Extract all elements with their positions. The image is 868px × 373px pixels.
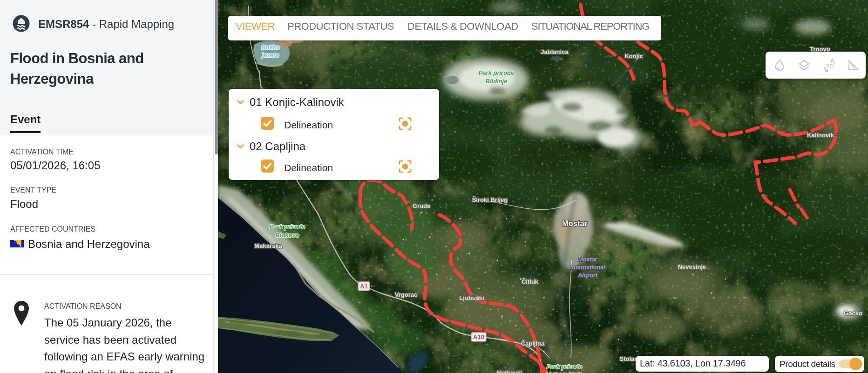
svg-text:3D: 3D bbox=[826, 63, 834, 70]
svg-text:Kalinovik: Kalinovik bbox=[807, 132, 834, 139]
svg-text:Park prirode: Park prirode bbox=[479, 69, 515, 76]
svg-text:A10: A10 bbox=[473, 333, 484, 340]
svg-text:Buško: Buško bbox=[261, 44, 280, 51]
svg-text:Čitluk: Čitluk bbox=[522, 278, 539, 285]
svg-text:Park prirode: Park prirode bbox=[270, 223, 305, 230]
svg-text:Stolac: Stolac bbox=[619, 355, 637, 362]
svg-text:Park prirode: Park prirode bbox=[547, 363, 583, 370]
svg-text:jezero: jezero bbox=[261, 52, 279, 59]
svg-text:Metković: Metković bbox=[496, 369, 522, 373]
svg-text:International: International bbox=[570, 264, 605, 271]
svg-text:Mostar: Mostar bbox=[578, 256, 598, 263]
svg-text:Blidinje: Blidinje bbox=[486, 78, 508, 85]
svg-text:Ljubuški: Ljubuški bbox=[459, 294, 484, 301]
svg-text:Gacko: Gacko bbox=[844, 310, 862, 317]
svg-text:Makarska: Makarska bbox=[254, 242, 282, 249]
svg-text:Široki Brijeg: Široki Brijeg bbox=[472, 196, 508, 203]
svg-text:Mostar: Mostar bbox=[562, 219, 588, 227]
svg-text:Jablanica: Jablanica bbox=[541, 48, 569, 55]
svg-text:Biokovo: Biokovo bbox=[275, 232, 299, 239]
svg-text:Grude: Grude bbox=[413, 202, 430, 209]
svg-text:Airport: Airport bbox=[577, 272, 598, 279]
svg-text:Konjic: Konjic bbox=[624, 53, 643, 60]
svg-text:Nevesinje: Nevesinje bbox=[678, 263, 706, 270]
svg-text:Hutovo blato: Hutovo blato bbox=[546, 371, 583, 373]
svg-text:Vrgorac: Vrgorac bbox=[395, 291, 417, 298]
svg-text:A1: A1 bbox=[360, 283, 368, 290]
svg-text:Čapljina: Čapljina bbox=[521, 340, 545, 347]
